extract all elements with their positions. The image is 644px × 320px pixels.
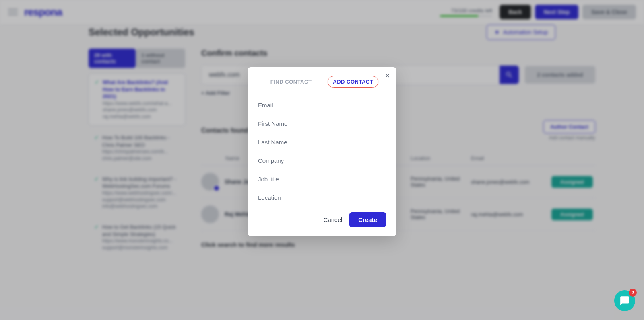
email-field[interactable] bbox=[258, 96, 386, 114]
last-name-field[interactable] bbox=[258, 133, 386, 151]
location-field[interactable] bbox=[258, 188, 386, 207]
chat-unread-badge: 2 bbox=[629, 289, 637, 297]
first-name-field[interactable] bbox=[258, 114, 386, 133]
tab-add-contact[interactable]: ADD CONTACT bbox=[328, 76, 378, 88]
close-icon[interactable]: ✕ bbox=[384, 72, 391, 79]
add-contact-modal: ✕ FIND CONTACT ADD CONTACT Cancel Create bbox=[248, 67, 396, 236]
modal-overlay: ✕ FIND CONTACT ADD CONTACT Cancel Create bbox=[0, 0, 644, 320]
create-button[interactable]: Create bbox=[349, 212, 386, 227]
company-field[interactable] bbox=[258, 151, 386, 170]
tab-find-contact[interactable]: FIND CONTACT bbox=[266, 76, 317, 87]
chat-icon bbox=[619, 295, 630, 306]
chat-launcher[interactable]: 2 bbox=[614, 290, 635, 311]
cancel-button[interactable]: Cancel bbox=[324, 216, 343, 223]
job-title-field[interactable] bbox=[258, 170, 386, 188]
